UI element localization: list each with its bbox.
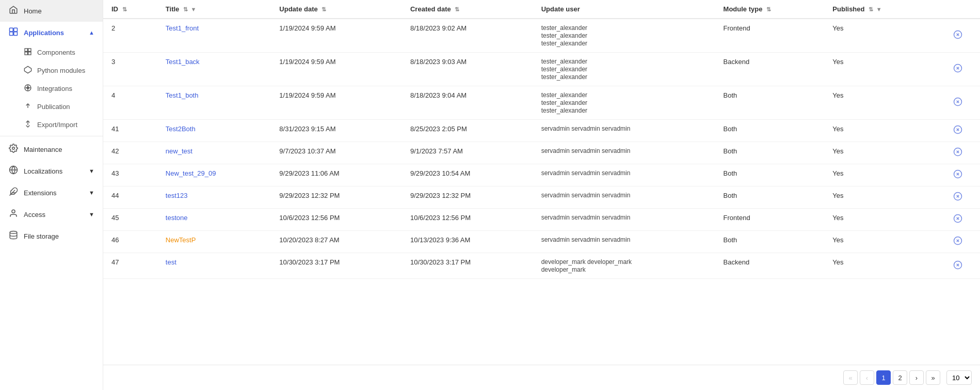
- row-delete-icon[interactable]: [953, 262, 962, 271]
- row-delete-icon[interactable]: [953, 194, 962, 202]
- published-filter-icon[interactable]: ▼: [876, 6, 882, 12]
- col-module-type-label: Module type: [724, 5, 763, 13]
- cell-id: 4: [103, 86, 157, 120]
- sidebar-item-python-modules[interactable]: Python modules: [0, 61, 103, 80]
- pagination-page-2-button[interactable]: 2: [893, 370, 907, 385]
- applications-table: ID ⇅ Title ⇅ ▼ Update date ⇅ Created dat…: [103, 0, 980, 279]
- sidebar-item-maintenance[interactable]: Maintenance: [0, 138, 103, 160]
- update-user-entry: tester_alexander: [541, 91, 707, 99]
- cell-published: Yes: [824, 186, 936, 209]
- cell-action[interactable]: [936, 253, 980, 279]
- publication-icon: [24, 102, 32, 112]
- update-user-entry: servadmin servadmin servadmin: [541, 236, 707, 243]
- cell-action[interactable]: [936, 209, 980, 231]
- pagination-first-button[interactable]: «: [843, 370, 858, 385]
- sidebar-item-applications[interactable]: Applications ▲: [0, 22, 103, 43]
- cell-action[interactable]: [936, 86, 980, 120]
- cell-id: 2: [103, 19, 157, 53]
- pagination-prev-button[interactable]: ‹: [860, 370, 874, 385]
- cell-title[interactable]: New_test_29_09: [157, 164, 271, 186]
- module-type-sort-icon[interactable]: ⇅: [766, 6, 771, 13]
- cell-published: Yes: [824, 164, 936, 186]
- cell-action[interactable]: [936, 186, 980, 209]
- cell-title[interactable]: test: [157, 253, 271, 279]
- sidebar-item-publication[interactable]: Publication: [0, 98, 103, 116]
- cell-title[interactable]: new_test: [157, 142, 271, 164]
- sidebar-item-components[interactable]: Components: [0, 43, 103, 61]
- cell-action[interactable]: [936, 19, 980, 53]
- row-delete-icon[interactable]: [953, 32, 962, 41]
- update-user-entry: tester_alexander: [541, 24, 707, 32]
- cell-update-user: tester_alexandertester_alexandertester_a…: [533, 53, 715, 86]
- row-delete-icon[interactable]: [953, 149, 962, 158]
- row-delete-icon[interactable]: [953, 127, 962, 136]
- cell-published: Yes: [824, 86, 936, 120]
- sidebar-item-access[interactable]: Access ▼: [0, 204, 103, 225]
- col-module-type[interactable]: Module type ⇅: [715, 0, 825, 19]
- cell-action[interactable]: [936, 53, 980, 86]
- pagination: « ‹ 1 2 › » 10 20 50: [103, 365, 980, 390]
- table-row: 44test1239/29/2023 12:32 PM9/29/2023 12:…: [103, 186, 980, 209]
- sidebar-item-access-label: Access: [24, 211, 45, 219]
- cell-update-date: 9/29/2023 11:06 AM: [271, 164, 402, 186]
- cell-title[interactable]: Test1_front: [157, 19, 271, 53]
- sidebar-item-localizations[interactable]: Localizations ▼: [0, 160, 103, 182]
- col-actions: [936, 0, 980, 19]
- sidebar-item-file-storage[interactable]: File storage: [0, 225, 103, 247]
- col-id[interactable]: ID ⇅: [103, 0, 157, 19]
- cell-title[interactable]: Test1_both: [157, 86, 271, 120]
- sidebar-item-export-import-label: Export/Import: [37, 121, 77, 129]
- cell-title[interactable]: NewTestP: [157, 231, 271, 253]
- per-page-select[interactable]: 10 20 50: [946, 370, 972, 385]
- row-delete-icon[interactable]: [953, 171, 962, 180]
- svg-rect-0: [10, 28, 13, 32]
- cell-update-user: servadmin servadmin servadmin: [533, 142, 715, 164]
- cell-action[interactable]: [936, 142, 980, 164]
- update-user-entry: tester_alexander: [541, 58, 707, 65]
- col-id-label: ID: [111, 5, 118, 13]
- pagination-page-1-button[interactable]: 1: [876, 370, 891, 385]
- sidebar-item-components-label: Components: [37, 49, 75, 56]
- svg-rect-3: [14, 32, 18, 36]
- cell-action[interactable]: [936, 164, 980, 186]
- title-sort-icon[interactable]: ⇅: [183, 6, 188, 13]
- col-created-date[interactable]: Created date ⇅: [402, 0, 533, 19]
- cell-update-user: servadmin servadmin servadmin: [533, 186, 715, 209]
- pagination-last-button[interactable]: »: [926, 370, 940, 385]
- sidebar-item-integrations[interactable]: Integrations: [0, 80, 103, 98]
- cell-title[interactable]: Test1_back: [157, 53, 271, 86]
- svg-point-21: [10, 231, 17, 234]
- id-sort-icon[interactable]: ⇅: [122, 6, 127, 13]
- cell-created-date: 8/18/2023 9:04 AM: [402, 86, 533, 120]
- sidebar-item-export-import[interactable]: Export/Import: [0, 116, 103, 134]
- update-date-sort-icon[interactable]: ⇅: [322, 6, 326, 13]
- row-delete-icon[interactable]: [953, 216, 962, 225]
- cell-id: 45: [103, 209, 157, 231]
- cell-created-date: 10/30/2023 3:17 PM: [402, 253, 533, 279]
- sidebar-item-extensions[interactable]: Extensions ▼: [0, 182, 103, 204]
- row-delete-icon[interactable]: [953, 238, 962, 247]
- table-row: 47test10/30/2023 3:17 PM10/30/2023 3:17 …: [103, 253, 980, 279]
- cell-published: Yes: [824, 253, 936, 279]
- col-title[interactable]: Title ⇅ ▼: [157, 0, 271, 19]
- title-filter-icon[interactable]: ▼: [191, 6, 197, 12]
- cell-title[interactable]: testone: [157, 209, 271, 231]
- cell-title[interactable]: Test2Both: [157, 120, 271, 142]
- sidebar-item-applications-label: Applications: [24, 29, 64, 37]
- pagination-next-button[interactable]: ›: [909, 370, 924, 385]
- published-sort-icon[interactable]: ⇅: [869, 6, 873, 13]
- cell-created-date: 8/25/2023 2:05 PM: [402, 120, 533, 142]
- row-delete-icon[interactable]: [953, 66, 962, 74]
- row-delete-icon[interactable]: [953, 99, 962, 108]
- cell-published: Yes: [824, 231, 936, 253]
- svg-rect-4: [25, 49, 27, 51]
- cell-module-type: Backend: [715, 53, 825, 86]
- created-date-sort-icon[interactable]: ⇅: [455, 6, 459, 13]
- cell-action[interactable]: [936, 231, 980, 253]
- update-user-entry: developer_mark: [541, 266, 707, 273]
- sidebar-item-home[interactable]: Home: [0, 0, 103, 22]
- col-published[interactable]: Published ⇅ ▼: [824, 0, 936, 19]
- cell-title[interactable]: test123: [157, 186, 271, 209]
- cell-action[interactable]: [936, 120, 980, 142]
- col-update-date[interactable]: Update date ⇅: [271, 0, 402, 19]
